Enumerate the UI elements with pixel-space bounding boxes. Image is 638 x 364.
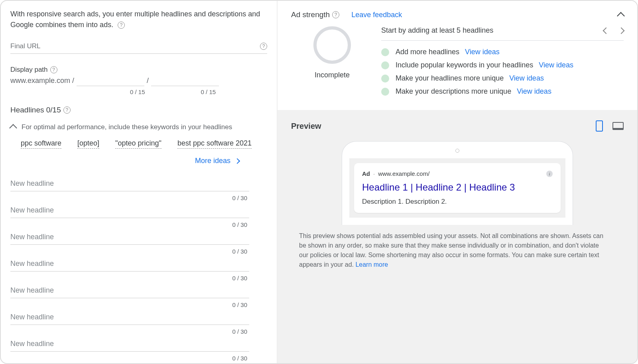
path-counters: 0 / 15 0 / 15 [10, 89, 267, 95]
tip-item: Add more headlines View ideas [381, 48, 624, 56]
ad-preview-card: Ad · www.example.com/ i Headline 1 | Hea… [354, 163, 561, 213]
help-icon[interactable]: ? [63, 106, 71, 114]
headline-counter: 0 / 30 [10, 248, 247, 255]
chevron-up-icon [9, 124, 17, 132]
headline-input[interactable] [10, 336, 249, 352]
headline-counter: 0 / 30 [10, 355, 247, 362]
headline-input[interactable] [10, 283, 249, 298]
status-dot-icon [381, 48, 389, 56]
ad-headline: Headline 1 | Headline 2 | Headline 3 [362, 182, 553, 193]
ad-strength-section: Ad strength ? Leave feedback Incomplete … [278, 1, 637, 110]
preview-section: Preview Ad · www.example.com/ i Headline… [278, 110, 637, 363]
help-icon[interactable]: ? [332, 11, 339, 18]
next-tip-button[interactable] [618, 27, 625, 34]
phone-camera-icon [455, 149, 459, 153]
prev-tip-button[interactable] [603, 27, 610, 34]
gauge-label: Incomplete [315, 71, 350, 79]
desktop-preview-button[interactable] [612, 122, 624, 130]
ad-description: Description 1. Description 2. [362, 198, 553, 206]
keyword-chip[interactable]: [opteo] [77, 139, 99, 149]
keyword-chip[interactable]: best ppc software 2021 [177, 139, 252, 149]
headline-input[interactable] [10, 203, 249, 218]
learn-more-link[interactable]: Learn more [355, 261, 388, 268]
headline-counter: 0 / 30 [10, 328, 247, 335]
status-dot-icon [381, 88, 389, 96]
headline-counter: 0 / 30 [10, 195, 247, 201]
headline-counter: 0 / 30 [10, 301, 247, 308]
tip-carousel-title: Start by adding at least 5 headlines [381, 26, 493, 35]
preview-title: Preview [291, 122, 321, 131]
headline-input[interactable] [10, 176, 249, 191]
tip-item: Make your descriptions more unique View … [381, 87, 624, 96]
keyword-tip-toggle[interactable]: For optimal ad performance, include thes… [10, 123, 267, 131]
mobile-preview-button[interactable] [596, 120, 603, 132]
headline-counter: 0 / 30 [10, 221, 247, 228]
ad-display-url: www.example.com/ [378, 170, 429, 177]
intro-text: With responsive search ads, you enter mu… [10, 9, 267, 30]
view-ideas-link[interactable]: View ideas [465, 48, 500, 56]
help-icon[interactable]: ? [118, 22, 125, 29]
preview-note: This preview shows potential ads assembl… [291, 231, 624, 270]
keyword-chip[interactable]: ppc software [21, 139, 61, 149]
display-path-row: www.example.com / / [10, 76, 267, 86]
leave-feedback-link[interactable]: Leave feedback [351, 11, 402, 19]
device-toggle [596, 120, 624, 132]
status-dot-icon [381, 75, 389, 83]
path-input-1[interactable] [77, 76, 144, 86]
ad-badge: Ad [362, 170, 370, 177]
headline-input[interactable] [10, 256, 249, 272]
headline-counter: 0 / 30 [10, 275, 247, 281]
keyword-chips: ppc software [opteo] "opteo pricing" bes… [10, 139, 267, 149]
keyword-chip[interactable]: "opteo pricing" [115, 139, 161, 149]
view-ideas-link[interactable]: View ideas [517, 87, 551, 96]
help-icon[interactable]: ? [50, 66, 57, 73]
headline-input[interactable] [10, 230, 249, 245]
tip-item: Include popular keywords in your headlin… [381, 61, 624, 69]
strength-gauge: Incomplete [313, 26, 351, 100]
tip-item: Make your headlines more unique View ide… [381, 74, 624, 83]
final-url-field[interactable]: Final URL ? [10, 42, 267, 54]
final-url-label: Final URL [10, 42, 41, 50]
more-ideas-link[interactable]: More ideas [195, 157, 239, 165]
chevron-right-icon [234, 158, 240, 163]
ad-strength-title: Ad strength [291, 10, 330, 19]
view-ideas-link[interactable]: View ideas [539, 61, 573, 69]
status-dot-icon [381, 61, 389, 69]
phone-frame: Ad · www.example.com/ i Headline 1 | Hea… [342, 141, 573, 225]
display-path-label: Display path ? [10, 66, 267, 74]
gauge-circle-icon [313, 26, 351, 64]
collapse-button[interactable] [618, 11, 624, 19]
display-path-base: www.example.com [10, 77, 70, 85]
chevron-up-icon [617, 12, 625, 20]
headlines-title: Headlines 0/15 ? [10, 106, 267, 114]
view-ideas-link[interactable]: View ideas [509, 74, 544, 83]
headline-input[interactable] [10, 310, 249, 325]
path-input-2[interactable] [151, 76, 219, 86]
help-icon[interactable]: ? [260, 43, 267, 50]
info-icon[interactable]: i [546, 171, 553, 177]
